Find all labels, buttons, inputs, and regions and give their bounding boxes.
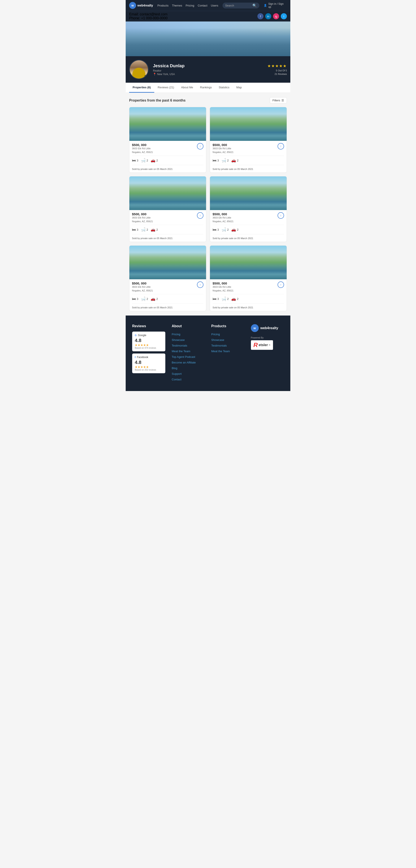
upload-button-1[interactable]: ↑ <box>278 143 284 150</box>
tab-rankings[interactable]: Rankings <box>197 83 215 93</box>
hero-banner <box>126 22 290 56</box>
search-bar: 🔍 <box>222 3 259 8</box>
upload-button-0[interactable]: ↑ <box>197 143 203 150</box>
property-features-2: 🛏 3 🛁 2 🚗 2 <box>132 225 203 235</box>
reviews-count: 21 Reviews <box>267 73 287 75</box>
upload-button-4[interactable]: ↑ <box>197 281 203 288</box>
property-body-1: $500, 000 3603 Elk Rd LittleNogales, AZ,… <box>210 141 287 173</box>
property-image-bg-1 <box>210 107 287 141</box>
signin-label: Sign in / Sign up <box>268 2 287 8</box>
cars-count-1: 2 <box>237 159 238 162</box>
hero-houses-image <box>126 28 290 56</box>
property-card-0[interactable]: $500, 000 3603 Elk Rd LittleNogales, AZ,… <box>129 107 206 173</box>
property-info-4: $500, 000 3603 Elk Rd LittleNogales, AZ,… <box>132 281 153 292</box>
baths-count-0: 2 <box>146 159 148 162</box>
retsler-registered: ® <box>269 344 270 346</box>
footer-about-affiliate[interactable]: Become an Affiliate <box>172 360 205 365</box>
tab-statstics[interactable]: Statstics <box>215 83 233 93</box>
nav-themes[interactable]: Themes <box>172 4 182 7</box>
property-header-1: $500, 000 3603 Elk Rd LittleNogales, AZ,… <box>213 143 284 154</box>
filters-label: Filters <box>273 99 280 102</box>
topbar: Email: contact@test.com Phone: +1 000-00… <box>126 11 290 22</box>
property-image-bg-4 <box>129 246 206 279</box>
avatar-body <box>132 68 145 79</box>
bed-icon-0: 🛏 <box>132 158 136 163</box>
footer-products-testimonials[interactable]: Testimonials <box>211 343 244 348</box>
baths-feature-5: 🛁 2 <box>221 297 229 301</box>
upload-button-2[interactable]: ↑ <box>197 212 203 219</box>
google-review-box: G Google 4.8 ★★★★★ Based on 474 reviews <box>132 332 165 351</box>
footer-about-testimonials[interactable]: Testimonials <box>172 343 205 348</box>
instagram-social-btn[interactable]: ig <box>273 13 279 19</box>
property-body-2: $500, 000 3603 Elk Rd LittleNogales, AZ,… <box>129 210 206 242</box>
upload-button-3[interactable]: ↑ <box>278 212 284 219</box>
footer-products-meat-team[interactable]: Meat the Team <box>211 348 244 354</box>
facebook-stars: ★★★★★ <box>135 365 163 369</box>
beds-feature-5: 🛏 3 <box>213 297 219 301</box>
nav-users[interactable]: Users <box>211 4 218 7</box>
navbar: w web4realty Products Themes Pricing Con… <box>126 0 290 11</box>
footer-about-heading: About <box>172 324 205 328</box>
cars-count-2: 2 <box>156 228 158 231</box>
property-card-5[interactable]: $500, 000 3603 Elk Rd LittleNogales, AZ,… <box>210 245 287 311</box>
bed-icon-4: 🛏 <box>132 297 136 301</box>
signin-button[interactable]: 👤 Sign in / Sign up <box>264 2 287 8</box>
tab-map[interactable]: Map <box>233 83 245 93</box>
tab-reviews[interactable]: Reviews (21) <box>154 83 178 93</box>
filters-button[interactable]: Filters ☰ <box>270 97 287 103</box>
property-sale-text-2: Sold by private sale on 05 March 2021 <box>132 236 203 240</box>
footer-about-links: Pricing Showcase Testimonials Meat the T… <box>172 332 205 382</box>
tab-about-me[interactable]: About Me <box>178 83 197 93</box>
twitter-social-btn[interactable]: t <box>281 13 287 19</box>
beds-feature-2: 🛏 3 <box>132 227 138 232</box>
bath-icon-4: 🛁 <box>141 297 146 301</box>
nav-contact[interactable]: Contact <box>198 4 207 7</box>
nav-pricing[interactable]: Pricing <box>186 4 194 7</box>
property-card-3[interactable]: $500, 000 3603 Elk Rd LittleNogales, AZ,… <box>210 176 287 242</box>
location-text: New York, USA <box>157 73 175 76</box>
property-header-2: $500, 000 3603 Elk Rd LittleNogales, AZ,… <box>132 212 203 223</box>
linkedin-social-btn[interactable]: in <box>265 13 271 19</box>
tab-properties[interactable]: Properties (6) <box>129 83 154 93</box>
footer-products-pricing[interactable]: Pricing <box>211 332 244 337</box>
property-price-0: $500, 000 <box>132 143 153 147</box>
footer-brand-column: w web4realty Powered By R etsler ® <box>251 324 284 382</box>
property-features-0: 🛏 3 🛁 2 🚗 2 <box>132 156 203 165</box>
footer-about-blog[interactable]: Blog <box>172 365 205 371</box>
property-image-0 <box>129 107 206 141</box>
footer-products-showcase[interactable]: Showcase <box>211 337 244 343</box>
footer-about-pricing[interactable]: Pricing <box>172 332 205 337</box>
property-body-3: $500, 000 3603 Elk Rd LittleNogales, AZ,… <box>210 210 287 242</box>
bath-icon-5: 🛁 <box>221 297 226 301</box>
property-info-3: $500, 000 3603 Elk Rd LittleNogales, AZ,… <box>213 212 234 223</box>
footer-about-contact[interactable]: Contact <box>172 377 205 382</box>
property-price-3: $500, 000 <box>213 212 234 216</box>
google-review-count: Based on 474 reviews <box>135 347 163 349</box>
property-image-bg-2 <box>129 177 206 210</box>
upload-button-5[interactable]: ↑ <box>278 281 284 288</box>
agent-profile: Jessica Dunlap Realtor 📍 New York, USA ★… <box>126 56 290 83</box>
property-card-4[interactable]: $500, 000 3603 Elk Rd LittleNogales, AZ,… <box>129 245 206 311</box>
footer-about-meat-team[interactable]: Meat the Team <box>172 348 205 354</box>
search-input[interactable] <box>225 4 251 7</box>
nav-products[interactable]: Products <box>157 4 168 7</box>
footer-about-showcase[interactable]: Showcase <box>172 337 205 343</box>
property-features-1: 🛏 3 🛁 2 🚗 2 <box>213 156 284 165</box>
property-card-1[interactable]: $500, 000 3603 Elk Rd LittleNogales, AZ,… <box>210 107 287 173</box>
baths-feature-4: 🛁 2 <box>141 297 148 301</box>
facebook-label: Facebook <box>137 356 148 359</box>
property-card-2[interactable]: $500, 000 3603 Elk Rd LittleNogales, AZ,… <box>129 176 206 242</box>
facebook-score: 4.8 <box>135 360 163 365</box>
footer-about-support[interactable]: Support <box>172 371 205 377</box>
logo-text: web4realty <box>137 4 153 7</box>
car-icon-3: 🚗 <box>231 227 236 232</box>
cars-feature-1: 🚗 2 <box>231 158 238 163</box>
property-sale-text-5: Sold by private sale on 05 March 2021 <box>213 305 284 309</box>
property-image-bg-5 <box>210 246 287 279</box>
footer-about-podcast[interactable]: Top Agent Podcast <box>172 354 205 360</box>
property-image-3 <box>210 177 287 210</box>
logo[interactable]: w web4realty <box>129 2 153 9</box>
facebook-social-btn[interactable]: f <box>257 13 264 19</box>
rating-score: 5 Out Of 5 <box>267 69 287 72</box>
footer-products-column: Products Pricing Showcase Testimonials M… <box>211 324 244 382</box>
